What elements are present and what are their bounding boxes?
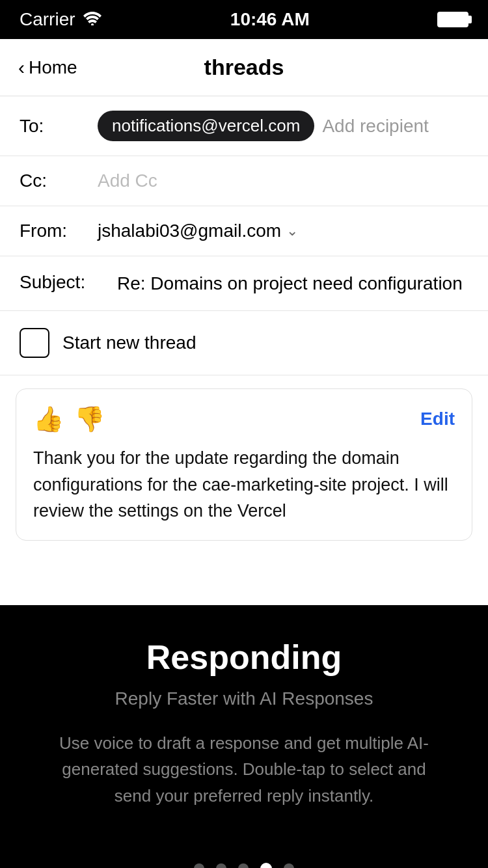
- status-left: Carrier: [20, 9, 103, 30]
- thumbs-down-icon[interactable]: 👎: [74, 405, 105, 433]
- to-row: To: notifications@vercel.com Add recipie…: [0, 96, 488, 156]
- pagination-dots: [194, 824, 294, 868]
- recipient-chip[interactable]: notifications@vercel.com: [98, 111, 314, 141]
- pagination-dot-2[interactable]: [216, 863, 226, 868]
- pagination-dot-1[interactable]: [194, 863, 204, 868]
- responding-subtitle: Reply Faster with AI Responses: [115, 688, 373, 709]
- ai-card-header: 👍 👎 Edit: [33, 405, 455, 433]
- pagination-dot-3[interactable]: [238, 863, 249, 868]
- subject-label: Subject:: [20, 271, 117, 293]
- edit-button[interactable]: Edit: [420, 409, 455, 429]
- subject-text[interactable]: Re: Domains on project need configuratio…: [117, 271, 463, 296]
- from-label: From:: [20, 221, 98, 241]
- status-right: [437, 12, 468, 27]
- bottom-section: Responding Reply Faster with AI Response…: [0, 605, 488, 868]
- from-email-text: jshalabi03@gmail.com: [98, 221, 281, 241]
- thread-label: Start new thread: [62, 332, 196, 353]
- cc-content: Add Cc: [98, 170, 468, 191]
- ai-feedback-icons: 👍 👎: [33, 405, 105, 433]
- back-chevron-icon: ‹: [18, 57, 25, 79]
- battery-icon: [437, 12, 468, 27]
- add-recipient-placeholder[interactable]: Add recipient: [322, 116, 428, 137]
- pagination-dot-5[interactable]: [284, 863, 294, 868]
- cc-row: Cc: Add Cc: [0, 156, 488, 206]
- svg-point-0: [91, 23, 94, 25]
- back-label: Home: [29, 57, 77, 78]
- pagination-dot-4[interactable]: [260, 863, 272, 868]
- from-row: From: jshalabi03@gmail.com ⌄: [0, 206, 488, 256]
- from-chevron-down-icon: ⌄: [286, 223, 298, 239]
- subject-row: Subject: Re: Domains on project need con…: [0, 256, 488, 311]
- ai-response-text: Thank you for the update regarding the d…: [33, 445, 455, 524]
- header: ‹ Home threads: [0, 39, 488, 96]
- to-label: To:: [20, 116, 98, 137]
- page-title: threads: [204, 55, 284, 80]
- responding-description: Use voice to draft a response and get mu…: [42, 730, 446, 809]
- cc-label: Cc:: [20, 170, 98, 191]
- responding-title: Responding: [146, 638, 342, 677]
- new-thread-checkbox[interactable]: [20, 328, 49, 358]
- carrier-label: Carrier: [20, 9, 75, 30]
- from-email[interactable]: jshalabi03@gmail.com ⌄: [98, 221, 298, 241]
- to-content: notifications@vercel.com Add recipient: [98, 111, 468, 141]
- status-time: 10:46 AM: [230, 9, 310, 30]
- thread-row[interactable]: Start new thread: [0, 311, 488, 375]
- ai-response-card: 👍 👎 Edit Thank you for the update regard…: [16, 388, 472, 541]
- back-button[interactable]: ‹ Home: [18, 57, 77, 79]
- status-bar: Carrier 10:46 AM: [0, 0, 488, 39]
- from-content: jshalabi03@gmail.com ⌄: [98, 221, 468, 241]
- thumbs-up-icon[interactable]: 👍: [33, 405, 64, 433]
- add-cc-placeholder[interactable]: Add Cc: [98, 170, 157, 191]
- wifi-icon: [82, 9, 103, 30]
- main-card: ‹ Home threads To: notifications@vercel.…: [0, 39, 488, 605]
